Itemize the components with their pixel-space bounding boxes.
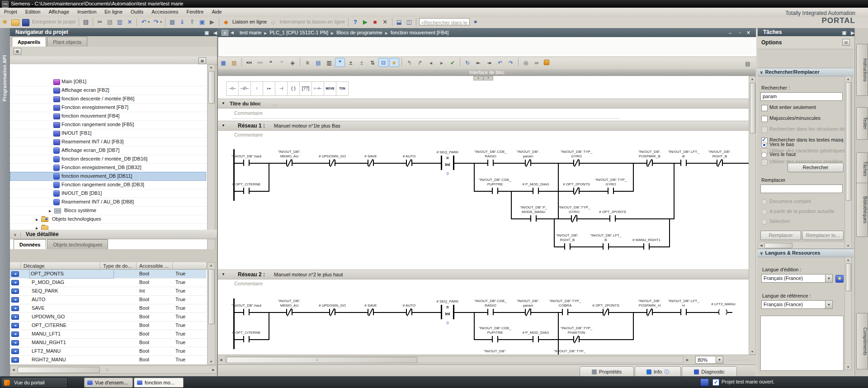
nc-contact[interactable]: [406, 160, 407, 166]
fav-edge-icon[interactable]: ↑: [250, 81, 263, 96]
network-list-icon[interactable]: ≡: [302, 58, 312, 67]
menu-en-ligne[interactable]: En ligne: [100, 8, 127, 16]
tree-item-in-out-fb1-[interactable]: IN/OUT [FB1]: [10, 129, 206, 138]
scroll-grip[interactable]: ⁞⁞: [106, 368, 109, 372]
collapse-arrow-icon[interactable]: ▼: [222, 99, 225, 108]
nc-contact[interactable]: [329, 160, 330, 166]
table-row-opt_2ponts[interactable]: ◄OPT_2PONTSBoolTrue: [10, 270, 206, 279]
taskbar-window-1[interactable]: Vue d'ensem...: [84, 378, 133, 388]
languages-section-header[interactable]: ∨Langues & Ressources: [758, 249, 854, 257]
comment-insert-icon[interactable]: ❝: [266, 58, 276, 67]
no-contact[interactable]: [243, 336, 244, 342]
splitter-down-icon[interactable]: ▼: [483, 76, 493, 80]
edit-language-select[interactable]: Français (France) ▼: [761, 274, 833, 283]
tab-diagnostic[interactable]: Diagnostic: [682, 366, 737, 377]
no-contact[interactable]: [608, 188, 609, 194]
jump-next-icon[interactable]: ↠: [484, 58, 494, 67]
cut-icon[interactable]: ✂: [95, 18, 104, 27]
nc-contact[interactable]: [603, 309, 604, 315]
tab-proprietes[interactable]: Propriétés: [580, 366, 634, 377]
radio-a-partir-de-la-position-actuelle[interactable]: [761, 209, 767, 215]
update-calls-icon[interactable]: ↻: [462, 58, 472, 67]
tree-item-fonction-rangement-sonde-db-db3-[interactable]: Fonction rangement sonde_DB [DB3]: [10, 180, 206, 189]
tree-view-icon[interactable]: ▦: [14, 48, 21, 55]
table-row-updown_go[interactable]: ◄UPDOWN_GOBoolTrue: [10, 312, 206, 322]
nc-contact[interactable]: [368, 309, 368, 315]
side-tab-biblioth-ques[interactable]: Bibliothèques: [856, 183, 868, 237]
device-info-icon[interactable]: ?: [351, 18, 360, 27]
remove-box-input-icon[interactable]: ±: [357, 58, 367, 67]
nc-contact[interactable]: [573, 160, 574, 166]
symbolic-operands-icon[interactable]: KH: [255, 58, 265, 67]
call-env-up-icon[interactable]: ↰: [404, 58, 414, 67]
radio-vers-le-haut[interactable]: [761, 152, 767, 158]
checkbox-utiliser-des-expressions-r-guli-re[interactable]: [761, 159, 768, 166]
ref-language-select[interactable]: Français (France) ▼: [761, 300, 833, 309]
snap-type-icon[interactable]: ◈: [288, 58, 297, 67]
tree-item-fonction-enregistrement-fb7-[interactable]: Fonction enregistrement [FB7]: [10, 103, 206, 112]
nc-contact[interactable]: [368, 160, 368, 166]
table-row-save[interactable]: ◄SAVEBoolTrue: [10, 304, 206, 313]
checkbox-mot-entier-seulement[interactable]: [761, 105, 768, 111]
column-header-Accessible ...[interactable]: Accessible ...: [137, 262, 173, 270]
scroll-down-icon[interactable]: ▼: [845, 365, 851, 369]
consistency-check-icon[interactable]: ✔: [448, 58, 458, 67]
absolute-operands-icon[interactable]: KH: [244, 58, 254, 67]
menu-affichage[interactable]: Affichage: [44, 8, 73, 16]
go-offline-icon[interactable]: ◇: [269, 18, 278, 27]
project-search-input[interactable]: <Rechercher dans le: [419, 18, 470, 25]
nc-contact[interactable]: [646, 160, 647, 166]
accessible-devices-icon[interactable]: ▣: [198, 18, 207, 27]
no-contact[interactable]: [492, 336, 493, 342]
table-row-rght2_manu[interactable]: ◄RGHT2_MANUBoolTrue: [10, 355, 206, 364]
call-env-down-icon[interactable]: ↱: [415, 58, 425, 67]
nc-contact[interactable]: [286, 160, 287, 166]
nc-contact[interactable]: [286, 309, 287, 315]
status-monitor-icon[interactable]: [700, 379, 709, 386]
close-icon[interactable]: ✕: [746, 28, 750, 37]
no-contact[interactable]: [243, 160, 244, 166]
radio-s-lection[interactable]: [761, 219, 767, 225]
radio-vers-le-bas[interactable]: [761, 142, 767, 148]
no-contact[interactable]: [487, 160, 488, 166]
table-row-opt_citerne[interactable]: ◄OPT_CITERNEBoolTrue: [10, 321, 206, 330]
redo-dropdown-icon[interactable]: ▾: [159, 18, 163, 27]
fav-compare-icon[interactable]: =⊣⊢: [311, 81, 324, 96]
open-in-editor-icon[interactable]: ▧: [229, 58, 239, 67]
nc-contact[interactable]: [525, 160, 526, 166]
tree-item-fonction-mouvement-fb4-[interactable]: fonction mouvement [FB4]: [10, 112, 206, 121]
tree-item-rearmement-int-au-fb3-[interactable]: Rearmement INT / AU [FB3]: [10, 137, 206, 147]
resize-grip[interactable]: ··········: [729, 358, 751, 362]
scroll-up-icon[interactable]: ▲: [208, 66, 215, 69]
undo-net-icon[interactable]: ↶: [495, 58, 505, 67]
tree-item-affichage-ecran-fb2-[interactable]: Affichage ecran [FB2]: [10, 86, 206, 95]
collapse-arrow-icon[interactable]: ▼: [222, 121, 225, 130]
no-contact[interactable]: [680, 309, 681, 315]
breadcrumb-item[interactable]: test marie: [240, 30, 261, 35]
know-how-protection-icon[interactable]: [544, 60, 549, 65]
expand-networks-icon[interactable]: ▤: [313, 58, 323, 67]
block-title-bar[interactable]: ▼Titre du bloc.....: [218, 99, 749, 109]
scroll-left-icon[interactable]: ◀: [12, 368, 14, 372]
options-icon[interactable]: ▤: [842, 39, 850, 46]
no-contact[interactable]: [680, 160, 681, 166]
editor-layout-icon[interactable]: ▤: [743, 59, 753, 68]
table-row-p_mod_diag[interactable]: ◄P_MOD_DIAGBoolTrue: [10, 278, 206, 287]
auto-collapse-icon[interactable]: ▣: [205, 29, 209, 37]
table-scrollbar[interactable]: ▲ ▼: [207, 262, 215, 364]
column-header-more[interactable]: [173, 262, 207, 270]
tree-item-rearmement-int-au-db-db8-[interactable]: Rearmement INT / AU_DB [DB8]: [10, 198, 206, 207]
jump-prev-icon[interactable]: ↞: [473, 58, 483, 67]
splitter-up-icon[interactable]: ▲: [473, 76, 483, 80]
monitor-icon[interactable]: ◎: [521, 58, 531, 67]
menu-aide[interactable]: Aide: [208, 8, 226, 16]
scroll-left-icon[interactable]: ◀: [220, 358, 222, 362]
side-tab-t-ches[interactable]: Tâches: [856, 152, 868, 185]
fav-contact-nc-icon[interactable]: ⊣/⊢: [238, 81, 251, 96]
chain-icon[interactable]: ∞: [532, 58, 542, 67]
no-contact[interactable]: [643, 243, 644, 250]
scroll-right-icon[interactable]: ▶: [212, 368, 215, 372]
menu-outils[interactable]: Outils: [127, 8, 147, 16]
maximize-icon[interactable]: ▫: [739, 28, 741, 37]
no-contact[interactable]: [487, 309, 488, 315]
